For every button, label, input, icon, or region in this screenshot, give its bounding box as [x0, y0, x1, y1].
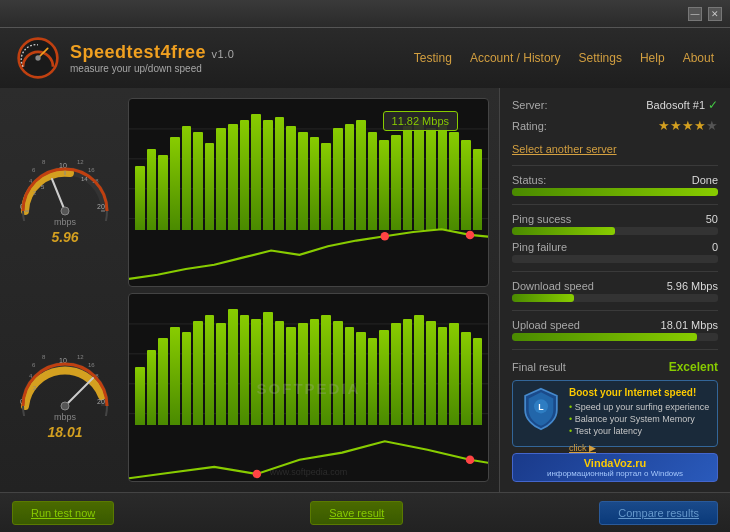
upload-speed-row: Upload speed 18.01 Mbps — [512, 319, 718, 341]
nav-settings[interactable]: Settings — [579, 51, 622, 65]
svg-point-45 — [253, 470, 262, 479]
svg-point-26 — [466, 231, 475, 240]
upload-gauge-label: mbps — [54, 412, 76, 422]
svg-text:L: L — [538, 402, 544, 412]
nav: Testing Account / History Settings Help … — [414, 51, 714, 65]
ping-success-label: Ping sucess — [512, 213, 571, 225]
close-button[interactable]: ✕ — [708, 7, 722, 21]
ad-bullet-1: Speed up your surfing experience — [569, 401, 711, 413]
upload-gauge: 0 10 20 2 4 6 8 12 16 18 — [15, 336, 115, 416]
titlebar-controls: — ✕ — [688, 7, 722, 21]
svg-text:16: 16 — [88, 362, 95, 368]
status-row: Status: Done — [512, 174, 718, 196]
svg-line-38 — [65, 378, 93, 406]
select-server-row: Select another server — [512, 139, 718, 157]
svg-point-46 — [466, 455, 475, 464]
ad-link[interactable]: click ▶ — [569, 443, 596, 453]
download-row: 0 10 20 5 14 2 4 6 8 12 16 18 — [10, 98, 489, 287]
ping-failure-progress-bg — [512, 255, 718, 263]
download-speed-label: Download speed — [512, 280, 594, 292]
download-speed-progress-bg — [512, 294, 718, 302]
rating-label: Rating: — [512, 120, 547, 132]
ping-failure-value: 0 — [712, 241, 718, 253]
ping-failure-row: Ping failure 0 — [512, 241, 718, 263]
download-chart: 11.82 Mbps — [128, 98, 489, 287]
vinda-sub: информационный портал о Windows — [519, 469, 711, 478]
upload-line-chart — [129, 410, 489, 481]
download-speed-value: 5.96 Mbps — [667, 280, 718, 292]
save-result-button[interactable]: Save result — [310, 501, 403, 525]
upload-speed-progress-bg — [512, 333, 718, 341]
ping-failure-header: Ping failure 0 — [512, 241, 718, 253]
svg-point-25 — [381, 232, 390, 241]
rating-stars: ★★★★★ — [658, 118, 718, 133]
upload-chart: SOFTPEDIA www.softpedia.com — [128, 293, 489, 482]
divider-5 — [512, 349, 718, 350]
ping-success-progress-bg — [512, 227, 718, 235]
footer: Run test now Save result Compare results — [0, 492, 730, 532]
svg-point-39 — [61, 402, 69, 410]
server-label: Server: — [512, 99, 547, 111]
nav-help[interactable]: Help — [640, 51, 665, 65]
left-panel: 0 10 20 5 14 2 4 6 8 12 16 18 — [0, 88, 500, 492]
divider-4 — [512, 310, 718, 311]
status-label: Status: — [512, 174, 546, 186]
svg-point-19 — [61, 207, 69, 215]
svg-text:2: 2 — [33, 190, 37, 196]
ad-title: Boost your Internet speed! — [569, 387, 711, 398]
download-speed-row: Download speed 5.96 Mbps — [512, 280, 718, 302]
upload-gauge-value: 18.01 — [47, 424, 82, 440]
ping-success-row: Ping sucess 50 — [512, 213, 718, 235]
minimize-button[interactable]: — — [688, 7, 702, 21]
download-speed-header: Download speed 5.96 Mbps — [512, 280, 718, 292]
vinda-title: VindaVoz.ru — [519, 457, 711, 469]
svg-text:12: 12 — [77, 354, 84, 360]
svg-text:5: 5 — [41, 184, 45, 190]
select-server-link[interactable]: Select another server — [512, 143, 617, 155]
logo-text: Speedtest4free v1.0 measure your up/down… — [70, 42, 234, 74]
download-gauge-container: 0 10 20 5 14 2 4 6 8 12 16 18 — [10, 98, 120, 287]
ad-bullet-2: Balance your System Memory — [569, 413, 711, 425]
download-speed-progress-fill — [512, 294, 574, 302]
app-tagline: measure your up/down speed — [70, 63, 234, 74]
check-icon: ✓ — [708, 98, 718, 112]
upload-row: 0 10 20 2 4 6 8 12 16 18 mbps — [10, 293, 489, 482]
chart-tooltip: 11.82 Mbps — [383, 111, 458, 131]
svg-text:6: 6 — [32, 167, 36, 173]
ad-text: Boost your Internet speed! Speed up your… — [569, 387, 711, 455]
nav-testing[interactable]: Testing — [414, 51, 452, 65]
server-value: Badosoft #1 ✓ — [646, 98, 718, 112]
download-gauge: 0 10 20 5 14 2 4 6 8 12 16 18 — [15, 141, 115, 221]
ping-success-header: Ping sucess 50 — [512, 213, 718, 225]
final-result-row: Final result Excelent — [512, 360, 718, 374]
svg-line-18 — [52, 179, 65, 211]
divider-1 — [512, 165, 718, 166]
header: Speedtest4free v1.0 measure your up/down… — [0, 28, 730, 88]
ping-success-value: 50 — [706, 213, 718, 225]
run-test-button[interactable]: Run test now — [12, 501, 114, 525]
divider-2 — [512, 204, 718, 205]
final-result-value: Excelent — [669, 360, 718, 374]
app-title: Speedtest4free v1.0 — [70, 42, 234, 63]
svg-text:16: 16 — [88, 167, 95, 173]
upload-speed-value: 18.01 Mbps — [661, 319, 718, 331]
logo-icon — [16, 36, 60, 80]
nav-account[interactable]: Account / History — [470, 51, 561, 65]
ping-success-progress-fill — [512, 227, 615, 235]
svg-text:8: 8 — [42, 159, 46, 165]
svg-point-2 — [35, 55, 40, 60]
svg-text:6: 6 — [32, 362, 36, 368]
download-line-chart — [129, 215, 489, 286]
status-value: Done — [692, 174, 718, 186]
ad-bullet-3: Test your latency — [569, 425, 711, 437]
ping-failure-label: Ping failure — [512, 241, 567, 253]
vinda-badge: VindaVoz.ru информационный портал о Wind… — [512, 453, 718, 482]
nav-about[interactable]: About — [683, 51, 714, 65]
upload-speed-header: Upload speed 18.01 Mbps — [512, 319, 718, 331]
svg-text:8: 8 — [42, 354, 46, 360]
compare-results-button[interactable]: Compare results — [599, 501, 718, 525]
shield-icon: L — [519, 387, 563, 431]
status-header: Status: Done — [512, 174, 718, 186]
download-gauge-label: mbps — [54, 217, 76, 227]
status-progress-bg — [512, 188, 718, 196]
